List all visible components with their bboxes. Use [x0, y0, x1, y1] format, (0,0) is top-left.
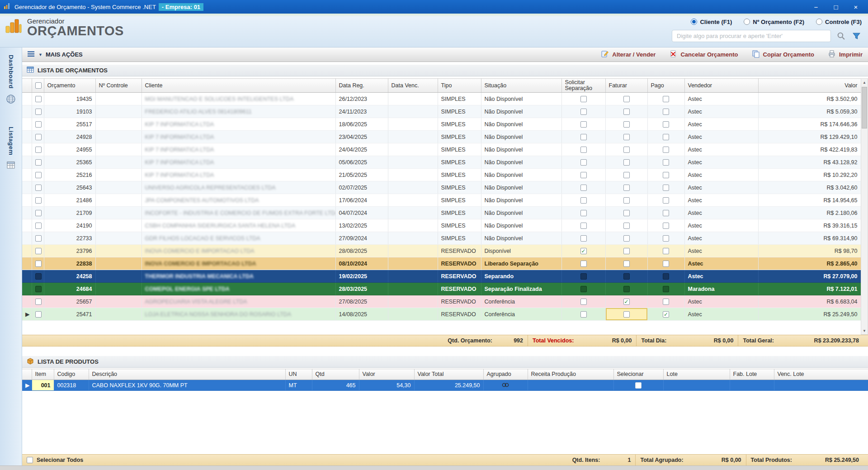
orcamento-row[interactable]: 25365KIP 7 INFORMATICA LTDA05/06/2025SIM…: [22, 156, 861, 169]
row-select-checkbox[interactable]: [35, 299, 42, 305]
orcamento-row[interactable]: ▶25471LOJA ELETRICA NOSSA SENHORA DO ROS…: [22, 308, 861, 321]
pago-checkbox[interactable]: ✓: [663, 311, 669, 318]
faturar-checkbox[interactable]: [623, 134, 630, 140]
col-lote[interactable]: Lote: [663, 369, 730, 380]
scrollbar-down-button[interactable]: ▼: [861, 327, 868, 334]
solicitar-separacao-checkbox[interactable]: [580, 273, 587, 280]
solicitar-separacao-checkbox[interactable]: [580, 134, 587, 140]
faturar-checkbox[interactable]: [623, 185, 630, 191]
pago-checkbox[interactable]: [663, 273, 669, 280]
vertical-scrollbar[interactable]: ▲ ▼: [861, 78, 868, 335]
faturar-checkbox[interactable]: [623, 311, 630, 318]
faturar-checkbox[interactable]: [623, 273, 630, 280]
pago-checkbox[interactable]: [663, 197, 669, 204]
orcamento-row[interactable]: 24258THERMOR INDUSTRIA MECANICA LTDA19/0…: [22, 270, 861, 283]
col-vendedor[interactable]: Vendedor: [684, 79, 758, 93]
faturar-checkbox[interactable]: [623, 235, 630, 242]
selecionar-checkbox[interactable]: [635, 382, 642, 389]
solicitar-separacao-checkbox[interactable]: [580, 261, 587, 267]
row-select-checkbox[interactable]: [35, 109, 42, 115]
col-un[interactable]: UN: [285, 369, 312, 380]
solicitar-separacao-checkbox[interactable]: [580, 299, 587, 305]
selecionar-todos[interactable]: Selecionar Todos: [27, 457, 83, 463]
solicitar-separacao-checkbox[interactable]: [580, 197, 587, 204]
col-item[interactable]: Item: [32, 369, 54, 380]
col-solicitar-separacao[interactable]: Solicitar Separação: [561, 79, 605, 93]
globe-icon[interactable]: [6, 94, 16, 106]
faturar-checkbox[interactable]: [623, 197, 630, 204]
col-controle[interactable]: Nº Controle: [95, 79, 142, 93]
scrollbar-thumb[interactable]: [862, 87, 867, 128]
col-descricao[interactable]: Descrição: [89, 369, 285, 380]
col-receita-producao[interactable]: Receita Produção: [528, 369, 613, 380]
row-select-checkbox[interactable]: [35, 159, 42, 166]
solicitar-separacao-checkbox[interactable]: [580, 96, 587, 102]
search-mode-orcamento[interactable]: Nº Orçamento (F2): [744, 19, 804, 25]
minimize-button[interactable]: −: [807, 1, 825, 12]
col-faturar[interactable]: Faturar: [605, 79, 647, 93]
faturar-checkbox[interactable]: [623, 286, 630, 292]
col-situacao[interactable]: Situação: [481, 79, 561, 93]
selecionar-todos-checkbox[interactable]: [27, 457, 33, 463]
pago-checkbox[interactable]: [663, 286, 669, 292]
orcamento-row[interactable]: 21486JPA COMPONENTES AUTOMOTIVOS LTDA17/…: [22, 194, 861, 207]
orcamento-row[interactable]: 19103FREDERICO ATILIO ALVES 081418096112…: [22, 105, 861, 118]
faturar-checkbox[interactable]: [623, 261, 630, 267]
solicitar-separacao-checkbox[interactable]: [580, 286, 587, 292]
col-agrupado[interactable]: Agrupado: [483, 369, 528, 380]
orcamento-row[interactable]: 24928KIP 7 INFORMATICA LTDA23/04/2025SIM…: [22, 131, 861, 143]
faturar-checkbox[interactable]: [623, 147, 630, 153]
close-button[interactable]: ×: [847, 1, 864, 12]
col-valor-total[interactable]: Valor Total: [414, 369, 483, 380]
orcamento-row[interactable]: 24684COMEPOL ENERGIA SPE LTDA28/03/2025R…: [22, 283, 861, 295]
orcamento-row[interactable]: 24190CSBH COMPANHIA SIDERURGICA SANTA HE…: [22, 219, 861, 232]
faturar-checkbox[interactable]: [623, 210, 630, 216]
solicitar-separacao-checkbox[interactable]: [580, 311, 587, 318]
col-venc-lote[interactable]: Venc. Lote: [774, 369, 868, 380]
maximize-button[interactable]: □: [827, 1, 844, 12]
orcamento-row[interactable]: 25657AGROPECUARIA VISTA ALEGRE LTDA27/08…: [22, 295, 861, 308]
more-actions-button[interactable]: ▼ MAIS AÇÕES: [28, 51, 83, 58]
faturar-checkbox[interactable]: [623, 121, 630, 128]
col-qtd[interactable]: Qtd: [312, 369, 359, 380]
row-select-checkbox[interactable]: [35, 197, 42, 204]
col-fab-lote[interactable]: Fab. Lote: [730, 369, 774, 380]
solicitar-separacao-checkbox[interactable]: ✓: [580, 248, 587, 254]
faturar-checkbox[interactable]: [623, 248, 630, 254]
solicitar-separacao-checkbox[interactable]: [580, 121, 587, 128]
pago-checkbox[interactable]: [663, 109, 669, 115]
solicitar-separacao-checkbox[interactable]: [580, 172, 587, 178]
pago-checkbox[interactable]: [663, 248, 669, 254]
pago-checkbox[interactable]: [663, 235, 669, 242]
row-select-checkbox[interactable]: [35, 134, 42, 140]
col-cliente[interactable]: Cliente: [142, 79, 335, 93]
col-selecionar[interactable]: Selecionar: [613, 369, 663, 380]
orcamento-row[interactable]: 25517KIP 7 INFORMATICA LTDA18/06/2025SIM…: [22, 118, 861, 131]
search-mode-cliente[interactable]: Cliente (F1): [691, 19, 732, 25]
col-codigo[interactable]: Codigo: [54, 369, 89, 380]
solicitar-separacao-checkbox[interactable]: [580, 147, 587, 153]
solicitar-separacao-checkbox[interactable]: [580, 235, 587, 242]
pago-checkbox[interactable]: [663, 96, 669, 102]
orcamento-row[interactable]: 24955KIP 7 INFORMATICA LTDA24/04/2025SIM…: [22, 143, 861, 156]
alterar-vender-button[interactable]: Alterar / Vender: [601, 50, 656, 59]
grid-icon[interactable]: [6, 161, 15, 171]
col-valor[interactable]: Valor: [359, 369, 414, 380]
row-select-checkbox[interactable]: [35, 147, 42, 153]
orcamento-row[interactable]: 25216KIP 7 INFORMATICA LTDA21/05/2025SIM…: [22, 169, 861, 181]
pago-checkbox[interactable]: [663, 261, 669, 267]
row-select-checkbox[interactable]: [35, 311, 42, 318]
pago-checkbox[interactable]: [663, 210, 669, 216]
row-select-checkbox[interactable]: [35, 235, 42, 242]
radio-cliente[interactable]: [691, 19, 697, 25]
select-all-checkbox[interactable]: [35, 82, 42, 89]
row-select-checkbox[interactable]: [35, 248, 42, 254]
imprimir-button[interactable]: Imprimir: [828, 50, 863, 59]
col-orcamento[interactable]: Orçamento: [44, 79, 95, 93]
faturar-checkbox[interactable]: ✓: [623, 299, 630, 305]
pago-checkbox[interactable]: [663, 134, 669, 140]
faturar-checkbox[interactable]: [623, 109, 630, 115]
search-input[interactable]: [672, 30, 831, 42]
row-select-checkbox[interactable]: [35, 210, 42, 216]
produto-row[interactable]: ▶001002318CABO NAXFLEX 1KV 90G. 70MM PTM…: [22, 380, 868, 391]
